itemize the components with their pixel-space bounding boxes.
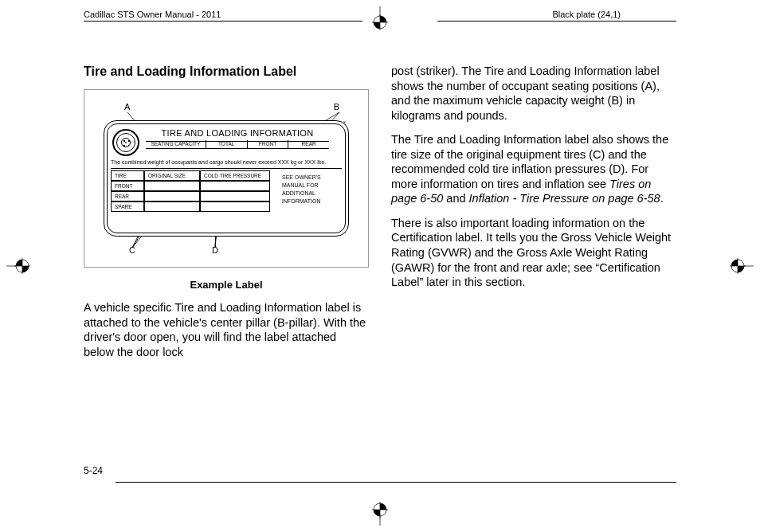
callout-D: D [212,244,218,256]
grid-front-label: FRONT [111,181,144,191]
right-paragraph-2: The Tire and Loading Information label a… [391,132,676,206]
owners-manual-text: SEE OWNER'S MANUAL FOR ADDITIONAL INFORM… [282,174,340,205]
inflation-page-ref: Inflation - Tire Pressure on page 6‑58 [469,192,660,205]
callout-A: A [124,101,130,112]
header-plate-info: Black plate (24,1) [552,10,621,19]
crop-mark-right [730,254,754,278]
tire-label-figure: A B C D xxxxxxxxxxxxxxxxxxxxxxxxxx TIRE … [84,89,369,268]
seating-rear-label: REAR [288,140,329,148]
grid-rear-label: REAR [111,191,144,201]
seating-capacity-label: SEATING CAPACITY [146,140,206,148]
grid-header-tire: TIRE [111,170,144,181]
footer-rule [116,482,676,483]
label-box: TIRE AND LOADING INFORMATION SEATING CAP… [104,120,349,237]
header-rule-left [84,21,362,22]
figure-caption: Example Label [84,279,369,292]
grid-spare-label: SPARE [111,201,144,212]
p2-part-c: and [443,192,468,205]
content-area: Tire and Loading Information Label A B C… [84,64,676,369]
crop-mark-top [368,6,392,30]
crop-mark-left [6,254,30,278]
header-manual-title: Cadillac STS Owner Manual - 2011 [0,10,221,19]
seating-total-label: TOTAL [206,140,248,148]
callout-B: B [334,101,339,112]
page-number: 5-24 [84,465,103,476]
p2-part-e: . [660,192,664,205]
section-title: Tire and Loading Information Label [84,64,369,80]
right-paragraph-3: There is also important loading informat… [391,216,676,290]
label-title-text: TIRE AND LOADING INFORMATION [146,127,329,141]
tire-grid: TIRE ORIGINAL SIZE COLD TIRE PRESSURE FR… [111,170,270,212]
left-column: Tire and Loading Information Label A B C… [84,64,369,369]
left-paragraph-1: A vehicle specific Tire and Loading Info… [84,300,369,359]
seating-front-label: FRONT [248,140,289,148]
right-paragraph-1: post (striker). The Tire and Loading Inf… [391,64,676,123]
callout-C: C [129,244,135,256]
combined-weight-text: The combined weight of occupants and car… [111,159,342,169]
grid-header-pressure: COLD TIRE PRESSURE [200,170,270,181]
crop-mark-bottom [368,502,392,526]
seating-row: SEATING CAPACITY TOTAL FRONT REAR [146,140,329,149]
header-rule-right [437,21,676,22]
right-column: post (striker). The Tire and Loading Inf… [391,64,676,369]
grid-header-size: ORIGINAL SIZE [144,170,200,181]
